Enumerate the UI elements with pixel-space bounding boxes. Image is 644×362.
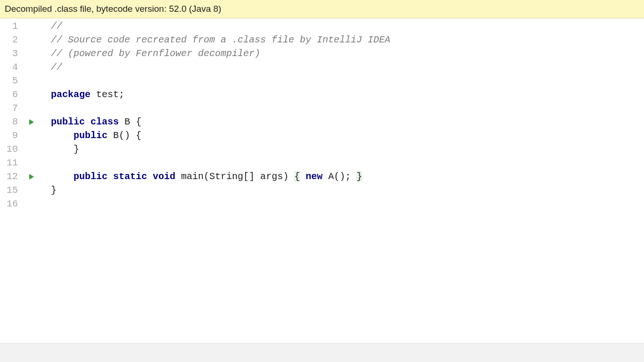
comment-text: // [51, 21, 62, 32]
keyword-package: package [51, 89, 91, 100]
keyword-new: new [305, 171, 322, 182]
code-text: B() { [107, 130, 141, 141]
svg-marker-1 [29, 174, 34, 180]
code-line: package test; [41, 88, 644, 101]
code-content[interactable]: // // Source code recreated from a .clas… [41, 18, 644, 343]
code-line: // (powered by Fernflower decompiler) [41, 47, 644, 60]
line-number[interactable]: 9 [0, 129, 23, 142]
code-line: // [41, 19, 644, 33]
code-line: public static void main(String[] args) {… [41, 170, 644, 183]
code-text: main(String[] args) [175, 171, 294, 182]
code-line: public B() { [41, 129, 644, 142]
banner-text: Decompiled .class file, bytecode version… [5, 4, 221, 14]
run-main-icon[interactable] [28, 173, 35, 180]
code-line: } [41, 142, 644, 156]
code-line: // Source code recreated from a .class f… [41, 33, 644, 47]
line-number[interactable]: 6 [0, 88, 23, 101]
keyword-public: public [51, 116, 85, 127]
keyword-class: class [91, 116, 119, 127]
keyword-public: public [74, 171, 107, 182]
line-number-gutter: 1 2 3 4 5 6 7 8 9 10 11 12 15 16 [0, 18, 23, 343]
decompiled-banner: Decompiled .class file, bytecode version… [0, 0, 644, 18]
line-number[interactable]: 5 [0, 74, 23, 88]
line-number[interactable]: 10 [0, 142, 23, 156]
line-number[interactable]: 1 [0, 19, 23, 33]
line-number[interactable]: 12 [0, 170, 23, 183]
svg-marker-0 [29, 119, 34, 125]
line-number[interactable]: 7 [0, 101, 23, 115]
code-text: test; [91, 89, 124, 100]
brace: } [51, 185, 57, 196]
code-line [41, 74, 644, 88]
brace: } [74, 144, 79, 155]
line-number[interactable]: 11 [0, 156, 23, 170]
code-line [41, 156, 644, 170]
editor-area: 1 2 3 4 5 6 7 8 9 10 11 12 15 16 [0, 18, 644, 343]
run-class-icon[interactable] [28, 119, 35, 125]
line-number[interactable]: 8 [0, 115, 23, 129]
brace: } [356, 171, 362, 182]
code-line [41, 101, 644, 115]
code-text: A(); [322, 171, 356, 182]
keyword-public: public [74, 130, 107, 141]
keyword-void: void [153, 171, 175, 182]
line-number[interactable]: 15 [0, 183, 23, 197]
code-line: public class B { [41, 115, 644, 129]
line-number[interactable]: 16 [0, 197, 23, 211]
comment-text: // [51, 62, 62, 73]
comment-text: // Source code recreated from a .class f… [51, 34, 390, 45]
line-number[interactable]: 2 [0, 33, 23, 47]
comment-text: // (powered by Fernflower decompiler) [51, 48, 260, 59]
line-number[interactable]: 3 [0, 47, 23, 60]
keyword-static: static [113, 171, 147, 182]
run-marker-gutter [23, 18, 41, 343]
status-bar [0, 343, 644, 362]
code-line [41, 197, 644, 211]
code-line: } [41, 183, 644, 197]
code-line: // [41, 60, 644, 74]
brace: { [294, 171, 300, 182]
line-number[interactable]: 4 [0, 60, 23, 74]
class-name: B [119, 116, 136, 127]
brace: { [136, 116, 141, 127]
